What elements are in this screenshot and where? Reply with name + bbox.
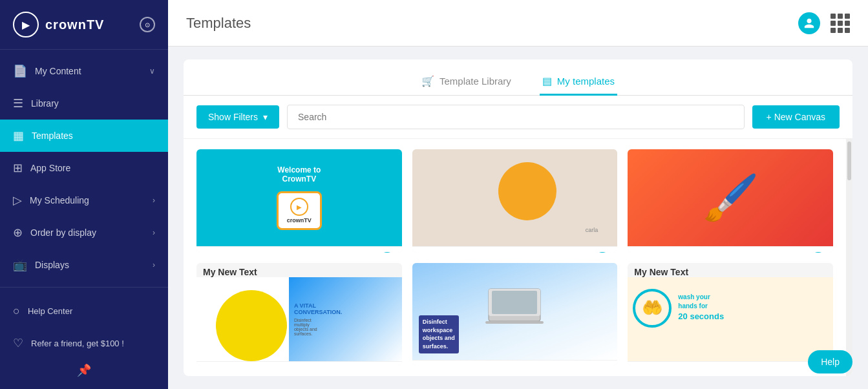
sidebar-item-my-scheduling[interactable]: ▷ My Scheduling ›	[0, 184, 168, 216]
chevron-down-icon: ▾	[263, 112, 268, 122]
templates-icon: ▦	[13, 129, 24, 143]
page-title: Templates	[186, 15, 798, 32]
cart-icon: 🛒	[421, 75, 434, 87]
library-icon: ☰	[13, 96, 23, 110]
template-item[interactable]: 🖌️ Template 990	[628, 149, 833, 253]
displays-icon: 📺	[13, 258, 27, 272]
help-center-icon: ○	[13, 304, 20, 318]
template-item[interactable]: carla Template 157	[412, 149, 618, 253]
sidebar-item-label: Library	[31, 98, 59, 109]
target-icon[interactable]: ⊙	[140, 17, 155, 32]
my-content-icon: 📄	[13, 64, 27, 78]
sidebar-item-label: Displays	[35, 260, 69, 270]
template-thumbnail: 🖌️	[628, 149, 833, 246]
template-top-label: My New Text	[196, 263, 402, 277]
order-icon: ⊕	[13, 226, 23, 240]
scrollbar-thumb[interactable]	[847, 142, 851, 180]
template-footer: Template 5	[412, 360, 618, 366]
toolbar: Show Filters ▾ + New Canvas	[184, 96, 852, 139]
sidebar-item-label: App Store	[30, 163, 70, 173]
avatar	[379, 252, 396, 253]
pin-icon: 📌	[0, 359, 168, 381]
sidebar-item-label: Templates	[32, 131, 73, 141]
sidebar-logo: ▶ crownTV ⊙	[0, 0, 168, 50]
template-tab-icon: ▤	[542, 75, 552, 87]
template-footer: Template 4	[196, 361, 402, 366]
avatar	[810, 252, 827, 253]
avatar	[594, 366, 611, 366]
user-avatar[interactable]	[798, 12, 820, 34]
brush-icon: 🖌️	[703, 171, 759, 224]
scrollbar[interactable]	[846, 139, 852, 376]
template-thumbnail: Disinfectworkspaceobjects andsurfaces.	[412, 263, 618, 360]
sidebar-item-app-store[interactable]: ⊞ App Store	[0, 152, 168, 184]
content-area: 🛒 Template Library ▤ My templates Show F…	[168, 47, 868, 389]
new-canvas-button[interactable]: + New Canvas	[752, 105, 840, 129]
help-button[interactable]: Help	[808, 350, 852, 373]
sidebar-item-library[interactable]: ☰ Library	[0, 87, 168, 120]
tab-my-templates[interactable]: ▤ My templates	[540, 68, 617, 96]
tabs-bar: 🛒 Template Library ▤ My templates	[184, 59, 852, 96]
sidebar-item-label: My Scheduling	[30, 195, 89, 205]
sidebar-item-label: My Content	[35, 66, 81, 76]
svg-rect-2	[492, 291, 537, 314]
sidebar-item-displays[interactable]: 📺 Displays ›	[0, 249, 168, 281]
template-footer: Template 6	[628, 361, 833, 366]
logo-text: crownTV	[45, 17, 104, 32]
sidebar: ▶ crownTV ⊙ 📄 My Content ∨ ☰ Library ▦ T…	[0, 0, 168, 389]
templates-grid: Welcome toCrownTV ▶ crownTV	[184, 139, 846, 376]
sidebar-item-label: Refer a friend, get $100 !	[31, 339, 124, 348]
app-store-icon: ⊞	[13, 161, 23, 175]
filter-button[interactable]: Show Filters ▾	[196, 105, 279, 129]
template-item[interactable]: My New Text A VITALCONVERSATION. Disinfe…	[196, 263, 402, 366]
sidebar-item-refer[interactable]: ♡ Refer a friend, get $100 !	[0, 327, 168, 359]
svg-rect-3	[485, 321, 544, 324]
template-footer: Template 157	[412, 246, 618, 253]
sidebar-item-help-center[interactable]: ○ Help Center	[0, 295, 168, 327]
chevron-down-icon: ∨	[149, 67, 155, 76]
template-thumbnail: carla	[412, 149, 618, 246]
templates-outer: Welcome toCrownTV ▶ crownTV	[184, 139, 852, 376]
sidebar-item-label: Help Center	[28, 306, 72, 316]
chevron-right-icon: ›	[153, 260, 155, 269]
heart-icon: ♡	[13, 336, 23, 350]
scheduling-icon: ▷	[13, 193, 22, 207]
sidebar-item-order-by-display[interactable]: ⊕ Order by display ›	[0, 216, 168, 249]
tab-template-library[interactable]: 🛒 Template Library	[419, 68, 514, 96]
sidebar-nav: 📄 My Content ∨ ☰ Library ▦ Templates ⊞ A…	[0, 50, 168, 287]
avatar	[594, 252, 611, 253]
logo-icon: ▶	[13, 12, 39, 37]
template-thumbnail: A VITALCONVERSATION. Disinfectmultiplyob…	[196, 277, 402, 361]
templates-card: 🛒 Template Library ▤ My templates Show F…	[184, 59, 852, 376]
chevron-right-icon: ›	[153, 228, 155, 237]
search-input[interactable]	[287, 105, 745, 129]
chevron-right-icon: ›	[153, 196, 155, 205]
template-item[interactable]: Welcome toCrownTV ▶ crownTV	[196, 149, 402, 253]
template-footer: Template 990	[628, 246, 833, 253]
sidebar-item-my-content[interactable]: 📄 My Content ∨	[0, 55, 168, 87]
template-item[interactable]: Disinfectworkspaceobjects andsurfaces. T…	[412, 263, 618, 366]
template-top-label: My New Text	[628, 263, 833, 277]
sidebar-bottom: ○ Help Center ♡ Refer a friend, get $100…	[0, 287, 168, 389]
template-thumbnail: 🤲 wash yourhands for20 seconds	[628, 277, 833, 361]
main-content: Templates 🛒 Template Library ▤	[168, 0, 868, 389]
grid-menu-icon[interactable]	[831, 14, 850, 33]
template-item[interactable]: My New Text 🤲 wash yourhands for20 secon…	[628, 263, 833, 366]
sidebar-item-label: Order by display	[30, 227, 96, 238]
topbar-actions	[798, 12, 850, 34]
topbar: Templates	[168, 0, 868, 47]
template-thumbnail: Welcome toCrownTV ▶ crownTV	[196, 149, 402, 246]
template-footer: New Template	[196, 246, 402, 253]
sidebar-item-templates[interactable]: ▦ Templates	[0, 120, 168, 152]
